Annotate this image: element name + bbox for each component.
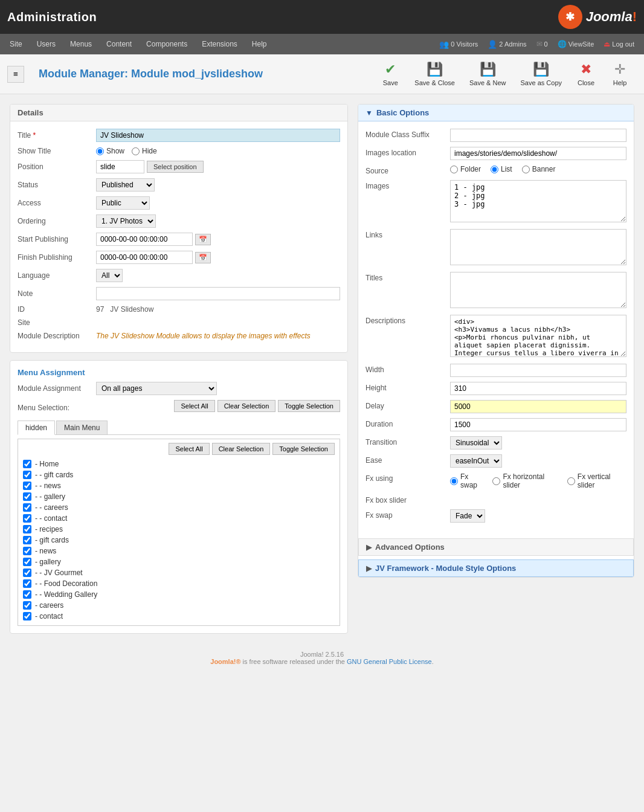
menu-item-checkbox[interactable] <box>23 547 31 555</box>
menu-item-checkbox[interactable] <box>23 601 31 610</box>
nav-content[interactable]: Content <box>99 34 139 54</box>
descriptions-control: <div> <h3>Vivamus a lacus nibh</h3> <p>M… <box>450 315 626 359</box>
nav-help[interactable]: Help <box>245 34 274 54</box>
menu-item-checkbox[interactable] <box>23 514 31 523</box>
select-all-button[interactable]: Select All <box>174 400 214 412</box>
height-input[interactable] <box>450 382 626 395</box>
duration-input[interactable] <box>450 418 626 431</box>
menu-item-checkbox[interactable] <box>23 612 31 620</box>
clear-selection-button[interactable]: Clear Selection <box>217 400 276 412</box>
hide-radio-label[interactable]: Hide <box>132 147 157 155</box>
language-select[interactable]: All <box>96 269 123 282</box>
source-list-label[interactable]: List <box>491 165 512 173</box>
save-close-button[interactable]: 💾 Save & Close <box>407 58 462 90</box>
menu-item-checkbox[interactable] <box>23 558 31 566</box>
menu-item-checkbox[interactable] <box>23 492 31 501</box>
inner-toggle-btn[interactable]: Toggle Selection <box>272 443 335 455</box>
basic-options-header[interactable]: ▼ Basic Options <box>358 105 634 121</box>
width-input[interactable] <box>450 364 626 377</box>
mail-info: ✉ 0 <box>533 40 552 48</box>
jv-framework-header[interactable]: ▶ JV Framework - Module Style Options <box>358 559 634 577</box>
menu-item-checkbox[interactable] <box>23 482 31 490</box>
source-folder-label[interactable]: Folder <box>450 165 481 173</box>
help-button[interactable]: ✛ Help <box>603 58 637 90</box>
fx-horizontal-radio[interactable] <box>492 477 500 485</box>
note-input[interactable] <box>96 287 340 300</box>
access-select[interactable]: Public Registered Special <box>96 196 150 210</box>
start-publishing-control: 📅 <box>96 233 340 246</box>
save-button[interactable]: ✔ Save <box>373 58 407 90</box>
save-copy-button[interactable]: 💾 Save as Copy <box>514 58 569 90</box>
fx-horizontal-radio-label[interactable]: Fx horizontal slider <box>492 472 559 489</box>
links-textarea[interactable] <box>450 229 626 265</box>
viewsite-btn[interactable]: 🌐 ViewSite <box>554 40 598 48</box>
close-button[interactable]: ✖ Close <box>569 58 603 90</box>
source-list-radio[interactable] <box>491 166 498 173</box>
menu-item-checkbox[interactable] <box>23 503 31 512</box>
fx-vertical-radio[interactable] <box>567 477 575 485</box>
menu-items-container: - Home- - gift cards- - news- - gallery-… <box>23 459 335 622</box>
source-banner-radio[interactable] <box>522 166 530 173</box>
position-input[interactable] <box>96 160 144 173</box>
delay-input[interactable] <box>450 400 626 413</box>
save-new-button[interactable]: 💾 Save & New <box>462 58 514 90</box>
menu-item-checkbox[interactable] <box>23 579 31 588</box>
nav-menus[interactable]: Menus <box>63 34 99 54</box>
menu-item-checkbox[interactable] <box>23 569 31 577</box>
source-banner-label[interactable]: Banner <box>522 165 556 173</box>
inner-clear-btn[interactable]: Clear Selection <box>212 443 271 455</box>
menu-item-checkbox[interactable] <box>23 590 31 599</box>
show-radio-label[interactable]: Show <box>96 147 124 155</box>
tab-hidden[interactable]: hidden <box>18 420 55 435</box>
finish-calendar-btn[interactable]: 📅 <box>195 252 211 263</box>
joomla-logo: ✱ Joomla! <box>558 5 637 29</box>
descriptions-textarea[interactable]: <div> <h3>Vivamus a lacus nibh</h3> <p>M… <box>450 315 626 357</box>
finish-publishing-input[interactable] <box>96 251 193 264</box>
source-folder-radio[interactable] <box>450 166 458 173</box>
status-select[interactable]: Published Unpublished <box>96 178 155 192</box>
fx-swap-select[interactable]: Fade Slide <box>450 509 485 523</box>
module-class-input[interactable] <box>450 129 626 142</box>
basic-options-panel: ▼ Basic Options Module Class Suffix Imag… <box>358 104 634 578</box>
start-publishing-input[interactable] <box>96 233 193 246</box>
nav-site[interactable]: Site <box>2 34 30 54</box>
menu-item-checkbox[interactable] <box>23 460 31 468</box>
ease-control: easeInOut easeIn easeOut <box>450 454 626 468</box>
width-control <box>450 364 626 377</box>
titles-textarea[interactable] <box>450 272 626 308</box>
help-label: Help <box>613 79 627 86</box>
basic-options-arrow: ▼ <box>365 109 373 117</box>
title-input[interactable] <box>96 129 340 142</box>
menu-item-checkbox[interactable] <box>23 525 31 533</box>
fx-swap-radio[interactable] <box>450 477 458 485</box>
fx-vertical-radio-label[interactable]: Fx vertical slider <box>567 472 626 489</box>
fx-swap-select-label: Fx swap <box>365 509 450 520</box>
tab-main-menu[interactable]: Main Menu <box>56 420 108 434</box>
start-calendar-btn[interactable]: 📅 <box>195 234 211 245</box>
menu-item-checkbox[interactable] <box>23 471 31 479</box>
ease-select[interactable]: easeInOut easeIn easeOut <box>450 454 502 468</box>
nav-components[interactable]: Components <box>139 34 195 54</box>
logout-btn[interactable]: ⏏ Log out <box>600 40 638 48</box>
inner-select-all-btn[interactable]: Select All <box>169 443 209 455</box>
nav-extensions[interactable]: Extensions <box>195 34 245 54</box>
hide-radio[interactable] <box>132 147 140 155</box>
module-assignment-label: Module Assignment <box>18 384 96 393</box>
width-row: Width <box>365 364 626 377</box>
menu-item-row: - - Wedding Gallery <box>23 589 335 600</box>
images-textarea[interactable]: 1 - jpg 2 - jpg 3 - jpg <box>450 180 626 222</box>
module-assignment-select[interactable]: On all pages No pages Only on the pages … <box>96 382 217 395</box>
show-radio[interactable] <box>96 147 104 155</box>
transition-select[interactable]: Sinusoidal Linear <box>450 436 502 450</box>
images-label: Images <box>365 180 450 190</box>
toggle-selection-button[interactable]: Toggle Selection <box>278 400 340 412</box>
fx-swap-radio-label[interactable]: Fx swap <box>450 472 485 489</box>
images-location-input[interactable] <box>450 147 626 160</box>
menu-item-checkbox[interactable] <box>23 536 31 544</box>
nav-prev-btn[interactable]: ≡ <box>7 66 24 83</box>
footer-license-link[interactable]: GNU General Public License <box>347 658 432 665</box>
advanced-options-header[interactable]: ▶ Advanced Options <box>358 538 634 556</box>
ordering-select[interactable]: 1. JV Photos <box>96 214 156 228</box>
select-position-button[interactable]: Select position <box>147 161 204 173</box>
nav-users[interactable]: Users <box>30 34 63 54</box>
